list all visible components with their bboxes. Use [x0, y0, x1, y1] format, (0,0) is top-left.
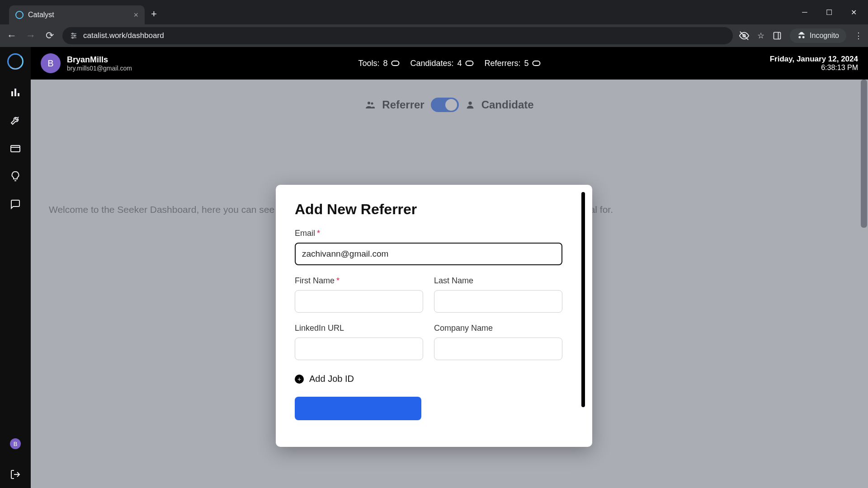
reload-icon[interactable]: ⟳: [43, 30, 56, 42]
tab-strip: Catalyst × +: [9, 0, 799, 24]
email-input[interactable]: [295, 243, 562, 265]
eye-off-icon[interactable]: [739, 31, 749, 41]
user-block: BryanMills bry.mills01@gmail.com: [67, 55, 132, 72]
last-name-input[interactable]: [434, 290, 562, 313]
app-header: B BryanMills bry.mills01@gmail.com Tools…: [31, 47, 868, 80]
svg-rect-11: [14, 89, 16, 96]
site-settings-icon[interactable]: [70, 32, 78, 40]
maximize-icon[interactable]: ☐: [824, 7, 835, 18]
email-label: Email*: [295, 229, 562, 238]
first-name-input[interactable]: [295, 290, 423, 313]
chart-icon[interactable]: [10, 87, 21, 98]
pill-icon: [533, 61, 541, 66]
tools-icon[interactable]: [10, 115, 21, 126]
last-name-label: Last Name: [434, 276, 562, 286]
linkedin-input[interactable]: [295, 338, 423, 360]
url-bar: ← → ⟳ catalist.work/dashboard ☆ Incognit…: [0, 24, 868, 47]
svg-rect-10: [11, 91, 13, 96]
modal-scrollbar[interactable]: [581, 192, 585, 407]
svg-line-7: [740, 32, 748, 40]
required-star: *: [317, 229, 320, 238]
add-job-label: Add Job ID: [309, 374, 354, 384]
minimize-icon[interactable]: ─: [799, 7, 810, 18]
header-datetime: Friday, January 12, 2024 6:38:13 PM: [770, 55, 858, 72]
star-icon[interactable]: ☆: [757, 31, 764, 41]
wallet-icon[interactable]: [10, 143, 21, 154]
add-referrer-modal: Add New Referrer Email* First Name* Last…: [276, 185, 592, 447]
new-tab-button[interactable]: +: [151, 8, 157, 20]
company-label: Company Name: [434, 324, 562, 333]
back-icon[interactable]: ←: [5, 30, 18, 42]
username: BryanMills: [67, 55, 132, 65]
urlbar-actions: ☆ Incognito ⋮: [739, 28, 863, 43]
stat-referrers: Referrers: 5: [485, 59, 541, 68]
incognito-icon: [797, 31, 806, 40]
browser-titlebar: Catalyst × + ─ ☐ ✕: [0, 0, 868, 24]
svg-point-4: [74, 35, 75, 37]
stat-tools: Tools: 8: [358, 59, 399, 68]
header-date: Friday, January 12, 2024: [770, 55, 858, 64]
svg-rect-8: [774, 33, 781, 39]
user-avatar[interactable]: B: [41, 53, 61, 73]
company-input[interactable]: [434, 338, 562, 360]
user-email: bry.mills01@gmail.com: [67, 65, 132, 72]
close-icon[interactable]: ×: [133, 10, 138, 20]
url-text: catalist.work/dashboard: [83, 31, 164, 40]
pill-icon: [466, 61, 474, 66]
incognito-badge[interactable]: Incognito: [790, 28, 846, 43]
tab-favicon: [15, 11, 24, 19]
chat-icon[interactable]: [10, 199, 21, 210]
rail-avatar[interactable]: B: [10, 438, 21, 449]
required-star: *: [336, 276, 340, 285]
logout-icon[interactable]: [10, 469, 21, 480]
header-time: 6:38:13 PM: [770, 64, 858, 72]
close-window-icon[interactable]: ✕: [848, 7, 859, 18]
submit-button[interactable]: [295, 397, 421, 420]
pill-icon: [391, 61, 399, 66]
page: B B BryanMills bry.mills01@gmail.com Too…: [0, 47, 868, 488]
incognito-label: Incognito: [810, 32, 839, 40]
first-name-label: First Name*: [295, 276, 423, 286]
kebab-menu-icon[interactable]: ⋮: [854, 31, 863, 41]
svg-rect-13: [11, 145, 20, 152]
window-controls: ─ ☐ ✕: [799, 7, 859, 18]
lightbulb-icon[interactable]: [10, 171, 21, 182]
forward-icon[interactable]: →: [24, 30, 37, 42]
left-rail: B: [0, 47, 31, 488]
svg-rect-12: [18, 93, 19, 96]
panel-icon[interactable]: [773, 31, 782, 40]
svg-point-3: [72, 33, 73, 34]
tab-title: Catalyst: [28, 11, 129, 19]
modal-title: Add New Referrer: [295, 201, 573, 218]
address-bar[interactable]: catalist.work/dashboard: [62, 27, 733, 44]
header-stats: Tools: 8 Candidates: 4 Referrers: 5: [358, 59, 540, 68]
linkedin-label: LinkedIn URL: [295, 324, 423, 333]
browser-tab[interactable]: Catalyst ×: [9, 5, 145, 24]
svg-point-5: [72, 37, 73, 38]
stat-candidates: Candidates: 4: [410, 59, 473, 68]
plus-icon: +: [295, 375, 304, 384]
app-logo[interactable]: [7, 53, 24, 70]
add-job-id-button[interactable]: + Add Job ID: [295, 374, 573, 384]
